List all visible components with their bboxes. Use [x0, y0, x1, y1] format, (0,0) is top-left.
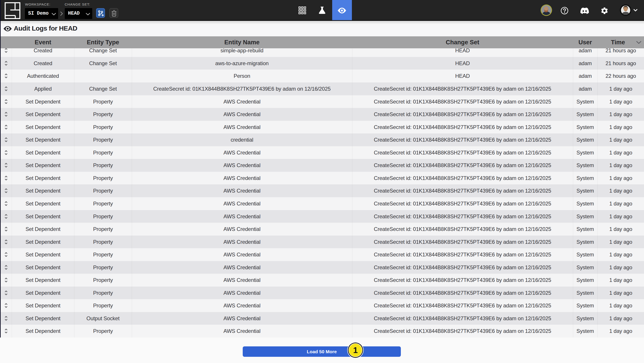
svg-text:1: 1 [353, 346, 358, 355]
